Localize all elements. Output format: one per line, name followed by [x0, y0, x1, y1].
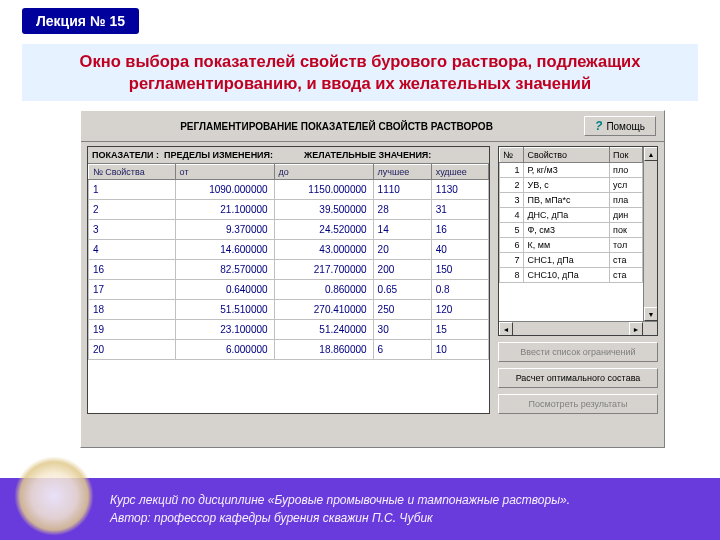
- window-title: РЕГЛАМЕНТИРОВАНИЕ ПОКАЗАТЕЛЕЙ СВОЙСТВ РА…: [89, 121, 584, 132]
- left-table-pane: ПОКАЗАТЕЛИ : ПРЕДЕЛЫ ИЗМЕНЕНИЯ: ЖЕЛАТЕЛЬ…: [87, 146, 490, 414]
- footer-line2: Автор: профессор кафедры бурения скважин…: [110, 509, 570, 527]
- group-header-indicators: ПОКАЗАТЕЛИ :: [92, 150, 164, 160]
- table-row[interactable]: 170.6400000.8600000.650.8: [89, 280, 489, 300]
- footer: Курс лекций по дисциплине «Буровые промы…: [0, 478, 720, 540]
- view-results-button[interactable]: Посмотреть результаты: [498, 394, 658, 414]
- scroll-right-icon[interactable]: ►: [629, 322, 643, 336]
- rcol-val[interactable]: Пок: [610, 148, 643, 163]
- table-row[interactable]: 221.10000039.5000002831: [89, 200, 489, 220]
- table-row[interactable]: 1851.510000270.410000250120: [89, 300, 489, 320]
- left-table[interactable]: № Свойства от до лучшее худшее 11090.000…: [88, 164, 489, 360]
- col-best[interactable]: лучшее: [373, 165, 431, 180]
- right-table[interactable]: № Свойство Пок 1Р, кг/м3пло2УВ, сусл3ПВ,…: [499, 147, 643, 283]
- help-label: Помощь: [606, 121, 645, 132]
- table-row[interactable]: 206.00000018.860000610: [89, 340, 489, 360]
- app-window: РЕГЛАМЕНТИРОВАНИЕ ПОКАЗАТЕЛЕЙ СВОЙСТВ РА…: [80, 110, 665, 448]
- table-row[interactable]: 39.37000024.5200001416: [89, 220, 489, 240]
- table-row[interactable]: 6К, ммтол: [500, 238, 643, 253]
- footer-text: Курс лекций по дисциплине «Буровые промы…: [110, 491, 570, 527]
- right-table-pane: № Свойство Пок 1Р, кг/м3пло2УВ, сусл3ПВ,…: [498, 146, 658, 336]
- compute-optimal-button[interactable]: Расчет оптимального состава: [498, 368, 658, 388]
- rcol-prop[interactable]: Свойство: [524, 148, 610, 163]
- table-row[interactable]: 1923.10000051.2400003015: [89, 320, 489, 340]
- col-worst[interactable]: худшее: [431, 165, 488, 180]
- scroll-left-icon[interactable]: ◄: [499, 322, 513, 336]
- scrollbar-horizontal[interactable]: ◄ ►: [499, 321, 657, 335]
- footer-line1: Курс лекций по дисциплине «Буровые промы…: [110, 491, 570, 509]
- university-crest-icon: [14, 456, 94, 536]
- scroll-up-icon[interactable]: ▲: [644, 147, 658, 161]
- table-row[interactable]: 4ДНС, дПадин: [500, 208, 643, 223]
- table-row[interactable]: 8СНС10, дПаста: [500, 268, 643, 283]
- lecture-badge: Лекция № 15: [22, 8, 139, 34]
- left-group-headers: ПОКАЗАТЕЛИ : ПРЕДЕЛЫ ИЗМЕНЕНИЯ: ЖЕЛАТЕЛЬ…: [88, 147, 489, 164]
- table-row[interactable]: 11090.0000001150.00000011101130: [89, 180, 489, 200]
- enter-constraints-button[interactable]: Ввести список ограничений: [498, 342, 658, 362]
- group-header-limits: ПРЕДЕЛЫ ИЗМЕНЕНИЯ:: [164, 150, 304, 160]
- table-row[interactable]: 1Р, кг/м3пло: [500, 163, 643, 178]
- table-row[interactable]: 5Ф, см3пок: [500, 223, 643, 238]
- rcol-n[interactable]: №: [500, 148, 524, 163]
- help-icon: ?: [595, 119, 602, 133]
- table-row[interactable]: 3ПВ, мПа*спла: [500, 193, 643, 208]
- col-to[interactable]: до: [274, 165, 373, 180]
- page-title: Окно выбора показателей свойств бурового…: [22, 44, 698, 101]
- group-header-desired: ЖЕЛАТЕЛЬНЫЕ ЗНАЧЕНИЯ:: [304, 150, 485, 160]
- table-row[interactable]: 414.60000043.0000002040: [89, 240, 489, 260]
- scrollbar-vertical[interactable]: ▲ ▼: [643, 147, 657, 321]
- window-header: РЕГЛАМЕНТИРОВАНИЕ ПОКАЗАТЕЛЕЙ СВОЙСТВ РА…: [81, 111, 664, 142]
- scroll-down-icon[interactable]: ▼: [644, 307, 658, 321]
- col-n[interactable]: № Свойства: [89, 165, 176, 180]
- table-row[interactable]: 2УВ, сусл: [500, 178, 643, 193]
- col-from[interactable]: от: [175, 165, 274, 180]
- table-row[interactable]: 7СНС1, дПаста: [500, 253, 643, 268]
- help-button[interactable]: ? Помощь: [584, 116, 656, 136]
- table-row[interactable]: 1682.570000217.700000200150: [89, 260, 489, 280]
